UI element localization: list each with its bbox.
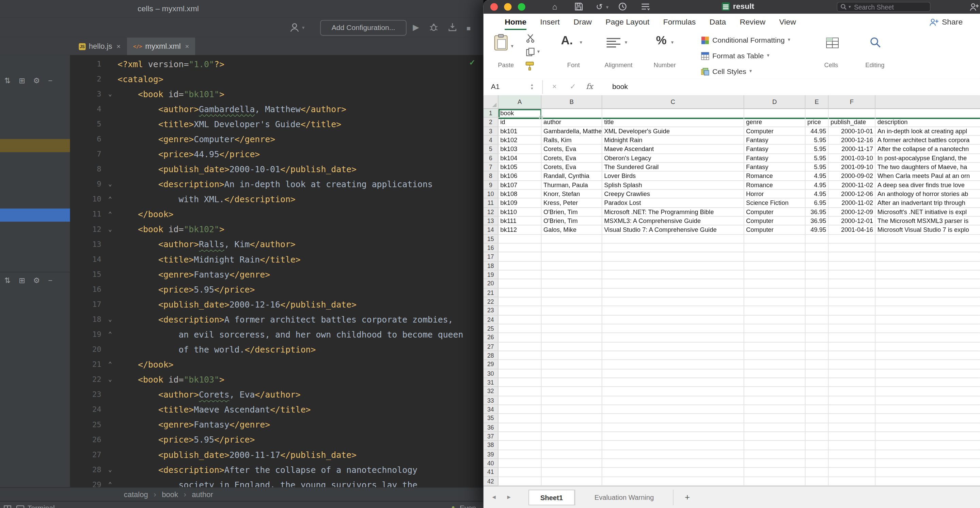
cell-D32[interactable] [745, 387, 806, 396]
cell-F10[interactable]: 2000-12-06 [829, 190, 875, 198]
row-header-9[interactable]: 9 [484, 181, 498, 190]
cell-G7[interactable]: The two daughters of Maeve, ha [875, 163, 980, 172]
cell-B8[interactable]: Randall, Cynthia [541, 172, 602, 181]
row-header-28[interactable]: 28 [484, 351, 498, 360]
cell-G40[interactable] [875, 459, 980, 468]
minimize-window-button[interactable] [504, 3, 511, 11]
cell-D18[interactable] [745, 262, 806, 270]
cell-B27[interactable] [541, 342, 602, 351]
cell-F9[interactable]: 2000-11-02 [829, 181, 875, 190]
cell-A3[interactable]: bk101 [498, 127, 542, 136]
row-header-31[interactable]: 31 [484, 378, 498, 387]
cell-A34[interactable] [498, 405, 542, 414]
cell-G8[interactable]: When Carla meets Paul at an orn [875, 172, 980, 181]
cell-G23[interactable] [875, 307, 980, 315]
column-header-G[interactable] [875, 95, 980, 109]
cell-G14[interactable]: Microsoft Visual Studio 7 is explo [875, 226, 980, 235]
cell-F7[interactable]: 2001-09-10 [829, 163, 875, 172]
worksheet-grid[interactable]: ABCDEF1book2idauthortitlegenrepricepubli… [484, 95, 980, 486]
cell-E27[interactable] [806, 342, 829, 351]
cell-F14[interactable]: 2001-04-16 [829, 226, 875, 235]
cell-A35[interactable] [498, 414, 542, 423]
cell-A28[interactable] [498, 351, 542, 360]
row-header-14[interactable]: 14 [484, 226, 498, 235]
row-header-38[interactable]: 38 [484, 441, 498, 450]
row-header-18[interactable]: 18 [484, 262, 498, 270]
row-header-5[interactable]: 5 [484, 145, 498, 154]
cell-D28[interactable] [745, 351, 806, 360]
row-header-17[interactable]: 17 [484, 252, 498, 262]
cell-F34[interactable] [829, 405, 875, 414]
row-header-16[interactable]: 16 [484, 243, 498, 252]
cell-C40[interactable] [602, 459, 745, 468]
cell-A16[interactable] [498, 243, 542, 252]
cell-G16[interactable] [875, 243, 980, 252]
cell-F2[interactable]: publish_date [829, 118, 875, 127]
cell-C42[interactable] [602, 477, 745, 486]
terminal-icon[interactable] [16, 505, 24, 508]
cell-D19[interactable] [745, 270, 806, 279]
cell-B21[interactable] [541, 288, 602, 297]
ribbon-tab-draw[interactable]: Draw [573, 14, 592, 30]
avatar-icon[interactable] [289, 22, 300, 33]
cell-E3[interactable]: 44.95 [806, 127, 829, 136]
row-header-6[interactable]: 6 [484, 154, 498, 163]
cell-C19[interactable] [602, 270, 745, 279]
cell-C39[interactable] [602, 450, 745, 459]
row-header-8[interactable]: 8 [484, 172, 498, 181]
breadcrumb-item[interactable]: author [192, 490, 213, 499]
row-header-42[interactable]: 42 [484, 477, 498, 486]
cell-F32[interactable] [829, 387, 875, 396]
cell-B36[interactable] [541, 423, 602, 432]
font-caret-icon[interactable]: ▾ [580, 40, 582, 45]
paste-caret-icon[interactable]: ▾ [511, 44, 514, 49]
close-tab-icon[interactable]: × [185, 43, 189, 50]
cells-icon[interactable] [826, 37, 839, 48]
cell-E11[interactable]: 6.95 [806, 199, 829, 208]
row-header-15[interactable]: 15 [484, 235, 498, 243]
cell-A15[interactable] [498, 235, 542, 243]
cell-D41[interactable] [745, 468, 806, 477]
cell-G21[interactable] [875, 288, 980, 297]
row-header-26[interactable]: 26 [484, 334, 498, 342]
cell-C32[interactable] [602, 387, 745, 396]
cell-B16[interactable] [541, 243, 602, 252]
cell-C8[interactable]: Lover Birds [602, 172, 745, 181]
group-icon[interactable]: ⊞ [19, 77, 25, 85]
cell-B24[interactable] [541, 315, 602, 324]
row-header-2[interactable]: 2 [484, 118, 498, 127]
cell-C28[interactable] [602, 351, 745, 360]
cell-C30[interactable] [602, 369, 745, 378]
spin-down-icon[interactable]: ▾ [531, 86, 533, 90]
fold-marker[interactable]: ⌄ [105, 86, 115, 101]
row-header-40[interactable]: 40 [484, 459, 498, 468]
gear-icon[interactable]: ⚙ [33, 276, 40, 285]
cell-D36[interactable] [745, 423, 806, 432]
insert-function-icon[interactable]: fx [586, 82, 593, 91]
cell-F26[interactable] [829, 334, 875, 342]
cell-D31[interactable] [745, 378, 806, 387]
cell-D23[interactable] [745, 307, 806, 315]
previous-sheet-icon[interactable]: ◂ [492, 493, 495, 501]
row-header-1[interactable]: 1 [484, 109, 498, 118]
cell-D15[interactable] [745, 235, 806, 243]
home-icon[interactable]: ⌂ [552, 2, 557, 12]
cell-D1[interactable] [745, 109, 806, 118]
row-header-3[interactable]: 3 [484, 127, 498, 136]
cell-E25[interactable] [806, 324, 829, 333]
cell-E40[interactable] [806, 459, 829, 468]
cell-A11[interactable]: bk109 [498, 199, 542, 208]
cell-E31[interactable] [806, 378, 829, 387]
cell-D5[interactable]: Fantasy [745, 145, 806, 154]
breadcrumb-item[interactable]: catalog [124, 490, 148, 499]
row-header-32[interactable]: 32 [484, 387, 498, 396]
cell-E26[interactable] [806, 334, 829, 342]
row-header-27[interactable]: 27 [484, 342, 498, 351]
cell-F35[interactable] [829, 414, 875, 423]
sort-icon[interactable]: ⇅ [5, 77, 11, 85]
cell-F39[interactable] [829, 450, 875, 459]
cell-F12[interactable]: 2000-12-09 [829, 208, 875, 217]
cell-G10[interactable]: An anthology of horror stories ab [875, 190, 980, 198]
cell-B11[interactable]: Kress, Peter [541, 199, 602, 208]
confirm-entry-icon[interactable]: ✓ [570, 82, 576, 91]
